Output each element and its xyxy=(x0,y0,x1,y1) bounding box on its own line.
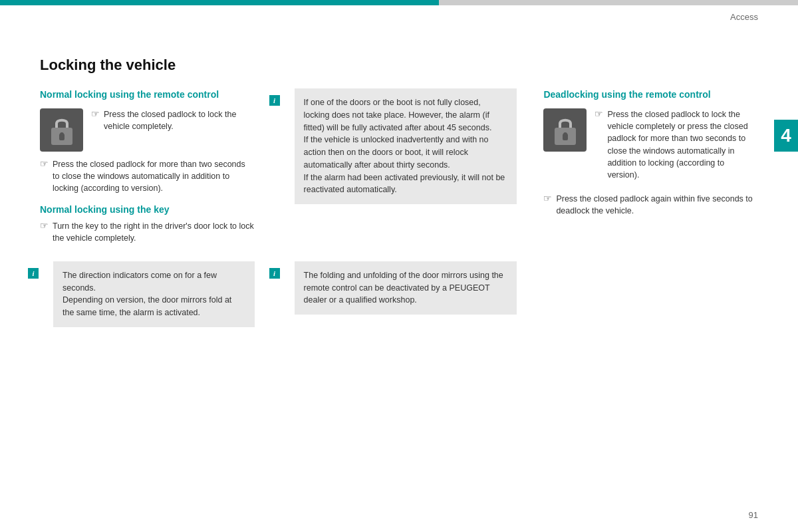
key-bullet: ☞ Turn the key to the right in the drive… xyxy=(40,220,255,244)
info-icon-bottom-left: i xyxy=(28,268,39,279)
main-columns: Normal locking using the remote control … xyxy=(40,88,758,249)
svg-point-2 xyxy=(60,132,64,136)
left-column: Normal locking using the remote control … xyxy=(40,88,255,249)
middle-info-text: If one of the doors or the boot is not f… xyxy=(304,98,505,194)
page-number: 91 xyxy=(749,510,758,520)
padlock-image-left xyxy=(40,108,83,152)
info-icon-bottom-middle: i xyxy=(269,268,280,279)
bullet-arrow-2: ☞ xyxy=(40,158,49,170)
padlock-icon-right xyxy=(552,114,579,146)
bottom-middle-col: i The folding and unfolding of the door … xyxy=(281,261,517,334)
bullet-arrow-3: ☞ xyxy=(40,220,49,231)
bottom-left-col: i The direction indicators come on for a… xyxy=(40,261,255,334)
second-bullet-text: Press the closed padlock for more than t… xyxy=(53,158,255,194)
svg-point-5 xyxy=(563,132,567,136)
first-bullet-text: Press the closed padlock to lock the veh… xyxy=(104,108,255,132)
second-bullet-right: ☞ Press the closed padlock again within … xyxy=(543,193,758,217)
bullet-arrow-5: ☞ xyxy=(543,193,552,204)
middle-info-wrapper: i If one of the doors or the boot is not… xyxy=(281,88,517,204)
bottom-middle-wrapper: i The folding and unfolding of the door … xyxy=(281,261,517,315)
second-bullet-right-text: Press the closed padlock again within fi… xyxy=(556,193,758,217)
bottom-left-info-box: The direction indicators come on for a f… xyxy=(53,261,255,327)
first-bullet-left: ☞ Press the closed padlock to lock the v… xyxy=(91,108,255,132)
chapter-tab: 4 xyxy=(774,120,798,152)
main-content: Locking the vehicle Normal locking using… xyxy=(40,20,758,505)
bottom-middle-text: The folding and unfolding of the door mi… xyxy=(304,271,503,305)
right-column: Deadlocking using the remote control ☞ P… xyxy=(543,88,758,249)
bottom-left-wrapper: i The direction indicators come on for a… xyxy=(40,261,255,327)
bullet-arrow-1: ☞ xyxy=(91,108,100,120)
middle-info-box: If one of the doors or the boot is not f… xyxy=(295,88,517,204)
padlock-row-left: ☞ Press the closed padlock to lock the v… xyxy=(40,108,255,152)
bullet-arrow-4: ☞ xyxy=(595,108,603,120)
second-bullet-left: ☞ Press the closed padlock for more than… xyxy=(40,158,255,194)
heading-normal-remote: Normal locking using the remote control xyxy=(40,88,255,100)
bottom-middle-info-box: The folding and unfolding of the door mi… xyxy=(295,261,517,315)
info-icon-middle: i xyxy=(269,95,280,106)
bottom-right-col xyxy=(543,261,758,334)
heading-normal-key: Normal locking using the key xyxy=(40,204,255,215)
padlock-row-right: ☞ Press the closed padlock to lock the v… xyxy=(543,108,758,186)
key-bullet-text: Turn the key to the right in the driver'… xyxy=(53,220,255,244)
padlock-image-right xyxy=(543,108,587,152)
bottom-left-text: The direction indicators come on for a f… xyxy=(63,271,231,317)
first-bullet-right: ☞ Press the closed padlock to lock the v… xyxy=(595,108,758,181)
bottom-section: i The direction indicators come on for a… xyxy=(40,261,758,334)
first-bullet-right-text: Press the closed padlock to lock the veh… xyxy=(607,108,758,181)
middle-column: i If one of the doors or the boot is not… xyxy=(281,88,517,249)
heading-deadlock-remote: Deadlocking using the remote control xyxy=(543,88,758,100)
padlock-icon-left xyxy=(49,114,75,146)
top-bar xyxy=(0,0,798,5)
page-title: Locking the vehicle xyxy=(40,57,758,74)
